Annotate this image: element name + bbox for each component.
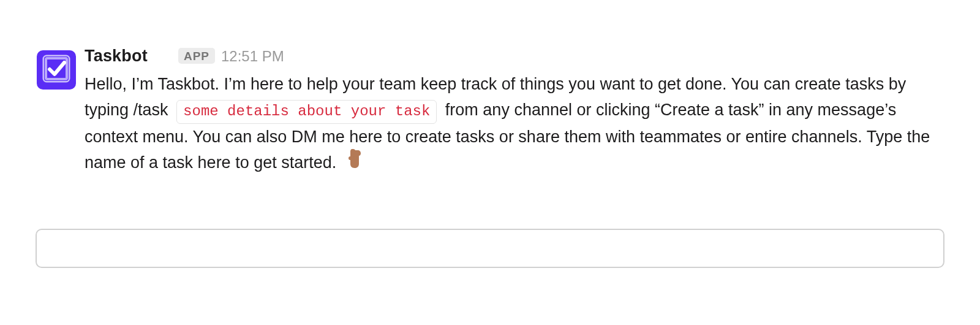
app-badge: APP bbox=[178, 48, 215, 64]
svg-rect-3 bbox=[353, 156, 357, 167]
message-header: Taskbot APP 12:51 PM bbox=[85, 48, 943, 65]
message: Taskbot APP 12:51 PM Hello, I’m Taskbot.… bbox=[37, 48, 943, 178]
checkbox-icon bbox=[42, 54, 71, 86]
message-timestamp[interactable]: 12:51 PM bbox=[221, 49, 284, 64]
svg-rect-1 bbox=[44, 56, 69, 81]
inline-code: some details about your task bbox=[176, 100, 437, 124]
point-down-icon bbox=[346, 148, 363, 176]
message-content: Taskbot APP 12:51 PM Hello, I’m Taskbot.… bbox=[85, 48, 943, 178]
message-input-container bbox=[36, 229, 944, 268]
app-avatar[interactable] bbox=[37, 50, 76, 90]
message-input[interactable] bbox=[36, 229, 944, 268]
message-body: Hello, I’m Taskbot. I’m here to help you… bbox=[85, 71, 942, 178]
sender-name[interactable]: Taskbot bbox=[85, 48, 148, 64]
